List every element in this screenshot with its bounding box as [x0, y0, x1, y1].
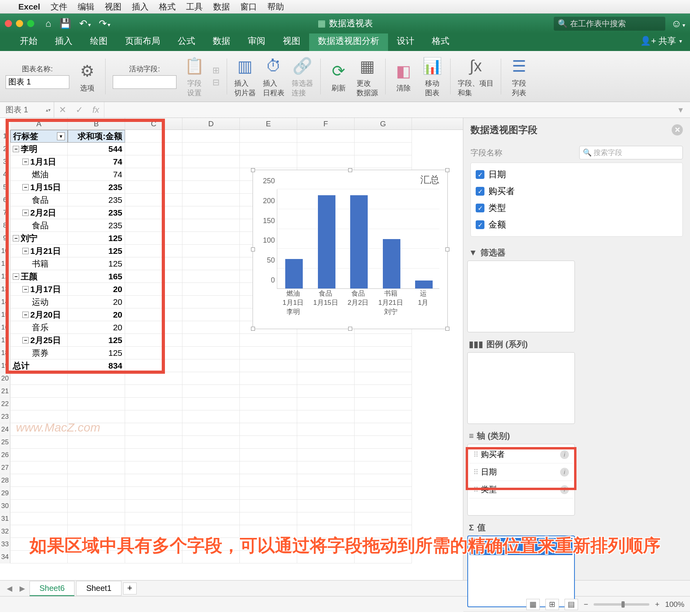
pivot-cell[interactable]: −1月21日	[10, 245, 68, 257]
tab-review[interactable]: 审阅	[239, 31, 274, 51]
empty-cell[interactable]	[68, 487, 125, 500]
collapse-icon[interactable]: −	[22, 210, 29, 216]
empty-cell[interactable]	[297, 372, 355, 385]
empty-cell[interactable]	[125, 538, 182, 551]
empty-cell[interactable]	[125, 487, 182, 500]
empty-cell[interactable]	[240, 512, 297, 525]
empty-cell[interactable]	[125, 474, 182, 487]
empty-cell[interactable]	[297, 461, 355, 474]
empty-cell[interactable]	[182, 487, 240, 500]
row-header[interactable]: 32	[0, 525, 10, 538]
pivot-cell[interactable]: 书籍	[10, 257, 68, 270]
menu-view[interactable]: 视图	[105, 1, 122, 12]
empty-cell[interactable]	[10, 538, 68, 551]
menu-tools[interactable]: 工具	[186, 1, 203, 12]
field-list-icon[interactable]: ☰	[508, 55, 530, 77]
empty-cell[interactable]	[240, 500, 297, 512]
empty-cell[interactable]	[10, 461, 68, 474]
empty-cell[interactable]	[297, 423, 355, 436]
empty-cell[interactable]	[355, 423, 412, 436]
empty-cell[interactable]	[297, 398, 355, 410]
menu-help[interactable]: 帮助	[267, 1, 284, 12]
tab-draw[interactable]: 绘图	[81, 31, 116, 51]
row-header[interactable]: 3	[0, 155, 10, 168]
row-header[interactable]: 20	[0, 372, 10, 385]
tab-insert[interactable]: 插入	[46, 31, 81, 51]
menu-insert[interactable]: 插入	[132, 1, 149, 12]
empty-cell[interactable]	[355, 372, 412, 385]
pivot-cell[interactable]: −2月25日	[10, 334, 68, 347]
undo-icon[interactable]: ↶▾	[79, 18, 91, 29]
empty-cell[interactable]	[182, 461, 240, 474]
pivot-cell[interactable]: 20	[68, 308, 125, 321]
axis-zone[interactable]: ⠿ 购买者i ⠿ 日期i ⠿ 类型i	[467, 444, 575, 516]
value-item-sum-amount[interactable]: 求和项:金额i	[470, 538, 572, 555]
row-header[interactable]: 22	[0, 398, 10, 410]
pivot-cell[interactable]: 票券	[10, 347, 68, 359]
empty-cell[interactable]	[125, 512, 182, 525]
filters-zone[interactable]	[467, 261, 575, 332]
empty-cell[interactable]	[125, 551, 182, 563]
row-header[interactable]: 1	[0, 130, 10, 143]
row-header[interactable]: 10	[0, 245, 10, 257]
pivot-cell[interactable]: 74	[68, 155, 125, 168]
values-zone[interactable]: 求和项:金额i	[467, 536, 575, 607]
field-item-amount[interactable]: ✓金额	[476, 216, 678, 233]
empty-cell[interactable]	[125, 372, 182, 385]
empty-cell[interactable]	[125, 525, 182, 538]
row-header[interactable]: 23	[0, 410, 10, 423]
pivot-header-rowlabels[interactable]: 行标签▾	[10, 130, 68, 143]
empty-cell[interactable]	[68, 398, 125, 410]
sheet-tab-sheet6[interactable]: Sheet6	[29, 581, 74, 596]
tab-pivotchart-analyze[interactable]: 数据透视图分析	[309, 31, 388, 51]
empty-cell[interactable]	[297, 474, 355, 487]
pivot-cell[interactable]: 燃油	[10, 168, 68, 181]
empty-cell[interactable]	[68, 512, 125, 525]
empty-cell[interactable]	[182, 423, 240, 436]
pivot-header-values[interactable]: 求和项:金额	[68, 130, 125, 143]
pivot-cell[interactable]: 食品	[10, 194, 68, 206]
menu-format[interactable]: 格式	[159, 1, 176, 12]
empty-cell[interactable]	[355, 512, 412, 525]
row-header[interactable]: 14	[0, 296, 10, 308]
pivot-cell[interactable]: 食品	[10, 219, 68, 232]
empty-cell[interactable]	[182, 474, 240, 487]
empty-cell[interactable]	[182, 372, 240, 385]
insert-slicer-icon[interactable]: ▥	[234, 55, 256, 77]
collapse-icon[interactable]: −	[22, 312, 29, 318]
empty-cell[interactable]	[297, 436, 355, 449]
pivot-cell[interactable]: −1月1日	[10, 155, 68, 168]
field-search-input[interactable]: 🔍 搜索字段	[579, 146, 683, 159]
empty-cell[interactable]	[125, 461, 182, 474]
info-icon[interactable]: i	[560, 468, 569, 477]
row-header[interactable]: 6	[0, 194, 10, 206]
empty-cell[interactable]	[297, 538, 355, 551]
pivot-cell[interactable]: −1月15日	[10, 181, 68, 194]
collapse-icon[interactable]: −	[13, 273, 19, 280]
empty-cell[interactable]	[297, 385, 355, 398]
tab-page-layout[interactable]: 页面布局	[116, 31, 169, 51]
collapse-icon[interactable]: −	[22, 286, 29, 292]
fx-icon[interactable]: fx	[88, 105, 104, 115]
col-header[interactable]: D	[182, 118, 240, 129]
normal-view-icon[interactable]: ▦	[526, 599, 540, 610]
axis-item-type[interactable]: ⠿ 类型i	[469, 481, 573, 498]
move-chart-icon[interactable]: 📊	[421, 55, 443, 77]
empty-cell[interactable]	[10, 385, 68, 398]
menu-data[interactable]: 数据	[213, 1, 230, 12]
empty-cell[interactable]	[240, 410, 297, 423]
zoom-out-icon[interactable]: −	[584, 600, 588, 609]
empty-cell[interactable]	[10, 525, 68, 538]
checkbox-checked-icon[interactable]: ✓	[476, 170, 484, 179]
empty-cell[interactable]	[355, 436, 412, 449]
empty-cell[interactable]	[125, 500, 182, 512]
empty-cell[interactable]	[125, 385, 182, 398]
empty-cell[interactable]	[10, 487, 68, 500]
formula-input[interactable]	[104, 102, 674, 118]
row-header[interactable]: 13	[0, 283, 10, 296]
row-header[interactable]: 8	[0, 219, 10, 232]
empty-cell[interactable]	[297, 487, 355, 500]
pivot-cell[interactable]: −2月20日	[10, 308, 68, 321]
empty-cell[interactable]	[68, 500, 125, 512]
empty-cell[interactable]	[68, 461, 125, 474]
